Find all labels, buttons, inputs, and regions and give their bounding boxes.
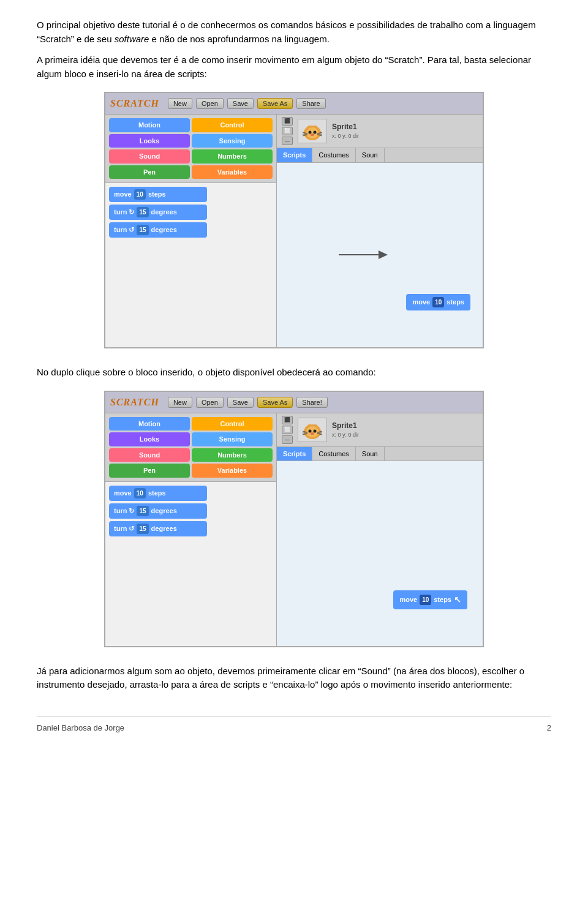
cat-sensing-2[interactable]: Sensing	[192, 432, 273, 446]
btn-save-2[interactable]: Save	[227, 397, 254, 408]
cat-sound-2[interactable]: Sound	[109, 448, 190, 462]
stage-tabs-2: Scripts Costumes Soun	[277, 447, 483, 462]
scratch-main-1: Motion Control Looks Sensing Sound Numbe…	[105, 115, 483, 347]
btn-new-2[interactable]: New	[168, 397, 192, 408]
cat-numbers-1[interactable]: Numbers	[192, 149, 273, 164]
p1-italic: software	[115, 34, 149, 44]
scratch-main-2: Motion Control Looks Sensing Sound Numbe…	[105, 413, 483, 646]
btn-saveas-1[interactable]: Save As	[257, 98, 293, 109]
block-turn1-2[interactable]: turn ↻ 15 degrees	[109, 503, 207, 519]
scratch-logo-1: SCRATCH	[110, 96, 159, 111]
left-panel-2: Motion Control Looks Sensing Sound Numbe…	[105, 413, 277, 646]
right-panel-1: ⬛ ⬜ —	[277, 115, 483, 347]
sprite-name-1: Sprite1	[332, 121, 359, 132]
cat-motion-2[interactable]: Motion	[109, 417, 190, 431]
ctrl-btn-1c[interactable]: —	[282, 137, 293, 145]
stage-block-2[interactable]: move 10 steps ↖	[393, 590, 467, 609]
sb-label-1: move	[412, 297, 430, 307]
svg-point-18	[306, 426, 318, 437]
blocks-area-1: move 10 steps turn ↻ 15 degrees turn ↺ 1…	[105, 183, 276, 347]
tab-costumes-1[interactable]: Costumes	[312, 148, 356, 162]
cat-looks-1[interactable]: Looks	[109, 134, 190, 148]
ctrl-btn-1a[interactable]: ⬛	[282, 117, 293, 126]
block-move-num-2: 10	[134, 488, 146, 498]
sprite-coords-2: x: 0 y: 0 dir	[332, 431, 359, 440]
cat-variables-1[interactable]: Variables	[192, 165, 273, 179]
tab-costumes-2[interactable]: Costumes	[312, 447, 356, 461]
toolbar-2: SCRATCH New Open Save Save As Share!	[105, 392, 483, 413]
cat-numbers-2[interactable]: Numbers	[192, 448, 273, 462]
cat-variables-2[interactable]: Variables	[192, 464, 273, 478]
stage-tabs-1: Scripts Costumes Soun	[277, 148, 483, 163]
categories-2: Motion Control Looks Sensing Sound Numbe…	[105, 413, 276, 482]
ctrl-btn-1b[interactable]: ⬜	[282, 127, 293, 135]
block-move-suffix-2: steps	[148, 488, 166, 498]
block-turn2-1[interactable]: turn ↺ 15 degrees	[109, 222, 207, 238]
sprite-image-2	[298, 418, 327, 442]
btn-saveas-2[interactable]: Save As	[257, 397, 293, 408]
stage-block-1[interactable]: move 10 steps	[406, 294, 470, 310]
ctrl-btn-2a[interactable]: ⬛	[282, 416, 293, 424]
tab-scripts-2[interactable]: Scripts	[277, 447, 312, 461]
svg-point-21	[311, 432, 314, 435]
ctrl-btn-2b[interactable]: ⬜	[282, 426, 293, 434]
tab-sounds-1[interactable]: Soun	[356, 148, 385, 162]
block-turn1-num-2: 15	[137, 506, 148, 516]
cat-control-2[interactable]: Control	[192, 417, 273, 431]
tab-sounds-2[interactable]: Soun	[356, 447, 385, 461]
cat-looks-2[interactable]: Looks	[109, 432, 190, 446]
block-turn2-suffix-2: degrees	[151, 524, 177, 534]
block-turn1-num-1: 15	[137, 207, 148, 217]
scratch-logo-2: SCRATCH	[110, 395, 159, 410]
cat-sound-1[interactable]: Sound	[109, 149, 190, 164]
stage-area-2: move 10 steps ↖	[277, 461, 483, 646]
btn-new-1[interactable]: New	[168, 98, 192, 109]
sprite-image-1	[298, 119, 327, 143]
ctrl-btn-2c[interactable]: —	[282, 435, 293, 444]
block-move-num-1: 10	[134, 189, 146, 200]
paragraph-4: Já para adicionarmos algum som ao objeto…	[37, 664, 551, 692]
footer-page: 2	[547, 722, 551, 734]
sprite-info-2: Sprite1 x: 0 y: 0 dir	[332, 420, 359, 440]
block-move-label-2: move	[114, 488, 132, 498]
block-turn2-label-2: turn ↺	[114, 524, 134, 534]
cat-svg-1	[299, 119, 326, 143]
sprite-name-2: Sprite1	[332, 420, 359, 431]
block-move-suffix-1: steps	[148, 189, 166, 200]
tab-scripts-1[interactable]: Scripts	[277, 148, 312, 162]
btn-open-1[interactable]: Open	[196, 98, 224, 109]
block-turn2-2[interactable]: turn ↺ 15 degrees	[109, 521, 207, 536]
cat-svg-2	[299, 418, 326, 442]
block-move-1[interactable]: move 10 steps	[109, 187, 207, 202]
btn-share-1[interactable]: Share	[296, 98, 325, 109]
paragraph-3: No duplo clique sobre o bloco inserido, …	[37, 366, 551, 380]
page-footer: Daniel Barbosa de Jorge 2	[37, 716, 551, 734]
paragraph-2: A primeira idéia que devemos ter é a de …	[37, 53, 551, 81]
scratch-ui-2: SCRATCH New Open Save Save As Share! Mot…	[104, 391, 484, 647]
cat-control-1[interactable]: Control	[192, 118, 273, 132]
arrow-svg-1	[339, 246, 388, 264]
cat-sensing-1[interactable]: Sensing	[192, 134, 273, 148]
right-panel-2: ⬛ ⬜ —	[277, 413, 483, 646]
stage-controls-1: ⬛ ⬜ —	[282, 117, 293, 145]
block-turn2-num-1: 15	[137, 225, 148, 235]
footer-author: Daniel Barbosa de Jorge	[37, 722, 124, 734]
sprite-coords-1: x: 0 y: 0 dir	[332, 132, 359, 141]
btn-open-2[interactable]: Open	[196, 397, 224, 408]
block-move-2[interactable]: move 10 steps	[109, 486, 207, 501]
sb-num-2: 10	[420, 595, 431, 605]
btn-save-1[interactable]: Save	[227, 98, 254, 109]
stage-controls-2: ⬛ ⬜ —	[282, 416, 293, 444]
cursor-icon: ↖	[454, 593, 461, 606]
block-turn1-1[interactable]: turn ↻ 15 degrees	[109, 205, 207, 220]
categories-1: Motion Control Looks Sensing Sound Numbe…	[105, 115, 276, 183]
cat-pen-1[interactable]: Pen	[109, 165, 190, 179]
p1-rest: e não de nos aprofundarmos na linguagem.	[149, 34, 329, 44]
cat-motion-1[interactable]: Motion	[109, 118, 190, 132]
block-turn1-suffix-2: degrees	[151, 506, 177, 516]
cat-pen-2[interactable]: Pen	[109, 464, 190, 478]
svg-point-6	[311, 133, 314, 136]
svg-point-5	[314, 131, 317, 134]
block-turn1-suffix-1: degrees	[151, 207, 177, 217]
btn-share-2[interactable]: Share!	[296, 397, 327, 408]
